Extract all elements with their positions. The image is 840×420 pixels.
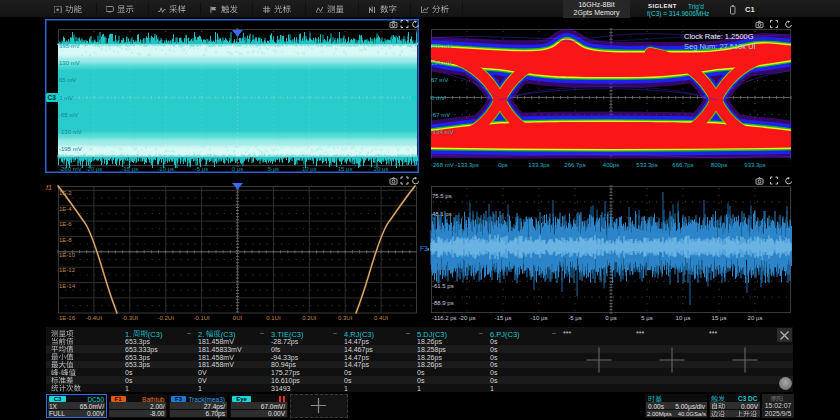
svg-text:1E-14: 1E-14 <box>59 283 76 289</box>
svg-text:0UI: 0UI <box>233 315 243 321</box>
svg-text:0.3UI: 0.3UI <box>338 315 353 321</box>
svg-text:C3: C3 <box>48 94 57 101</box>
svg-text:-268 mV: -268 mV <box>431 162 454 168</box>
svg-text:-10 µs: -10 µs <box>157 166 174 172</box>
svg-text:0.2UI: 0.2UI <box>302 315 317 321</box>
svg-text:20 µs: 20 µs <box>374 166 389 172</box>
svg-text:-15 µs: -15 µs <box>121 166 138 172</box>
svg-text:20 µs: 20 µs <box>748 315 763 321</box>
svg-text:1E-2: 1E-2 <box>59 190 72 196</box>
svg-text:Clock Rate: 1.2500G: Clock Rate: 1.2500G <box>684 32 754 41</box>
svg-text:1E-16: 1E-16 <box>59 315 76 321</box>
svg-text:67 mV: 67 mV <box>431 77 448 83</box>
svg-text:666.7ps: 666.7ps <box>672 162 693 168</box>
svg-text:75.5 ps: 75.5 ps <box>432 193 452 199</box>
svg-text:-15 µs: -15 µs <box>495 315 512 321</box>
svg-text:-65 mV: -65 mV <box>59 112 78 118</box>
svg-text:0 µs: 0 µs <box>232 166 243 172</box>
svg-text:-0.2UI: -0.2UI <box>158 315 175 321</box>
svg-text:800ps: 800ps <box>711 162 727 168</box>
svg-text:Seg Num: 27.510k UI: Seg Num: 27.510k UI <box>684 42 756 51</box>
svg-text:-0.4UI: -0.4UI <box>86 315 103 321</box>
svg-text:f1: f1 <box>46 184 52 191</box>
svg-text:-67 mV: -67 mV <box>431 112 450 118</box>
svg-text:-5 µs: -5 µs <box>568 315 581 321</box>
svg-text:0ps: 0ps <box>498 162 508 168</box>
svg-text:-195 mV: -195 mV <box>59 146 82 152</box>
svg-text:0 µs: 0 µs <box>605 315 616 321</box>
svg-text:-5 µs: -5 µs <box>195 166 208 172</box>
svg-text:-260 mV: -260 mV <box>59 166 82 172</box>
svg-text:134 mV: 134 mV <box>431 60 452 66</box>
svg-text:15 µs: 15 µs <box>712 315 727 321</box>
svg-text:1E-10: 1E-10 <box>59 252 76 258</box>
svg-text:1E-6: 1E-6 <box>59 221 72 227</box>
svg-text:-20 µs: -20 µs <box>459 315 476 321</box>
svg-text:-116.2 ps: -116.2 ps <box>432 315 457 321</box>
svg-text:5 µs: 5 µs <box>641 315 652 321</box>
svg-text:130 mV: 130 mV <box>59 60 80 66</box>
svg-text:533.3ps: 533.3ps <box>636 162 657 168</box>
svg-text:266.7ps: 266.7ps <box>564 162 585 168</box>
svg-text:400ps: 400ps <box>603 162 619 168</box>
svg-text:0.4UI: 0.4UI <box>374 315 389 321</box>
svg-text:-10 µs: -10 µs <box>531 315 548 321</box>
svg-text:201 mV: 201 mV <box>431 43 452 49</box>
svg-text:0.1UI: 0.1UI <box>266 315 281 321</box>
svg-text:-134 mV: -134 mV <box>431 129 454 135</box>
svg-text:15 µs: 15 µs <box>338 166 353 172</box>
svg-text:-20 µs: -20 µs <box>86 166 103 172</box>
svg-text:-130 mV: -130 mV <box>59 129 82 135</box>
svg-text:10 µs: 10 µs <box>676 315 691 321</box>
svg-text:0 mV: 0 mV <box>431 95 445 101</box>
svg-text:-0.3UI: -0.3UI <box>122 315 139 321</box>
svg-text:10 µs: 10 µs <box>302 166 317 172</box>
svg-text:-88.9 ps: -88.9 ps <box>432 300 454 306</box>
svg-text:-0.1UI: -0.1UI <box>193 315 210 321</box>
svg-text:933.3ps: 933.3ps <box>744 162 765 168</box>
svg-text:65 mV: 65 mV <box>59 77 76 83</box>
svg-text:-61.5 ps: -61.5 ps <box>432 283 454 289</box>
svg-text:5 µs: 5 µs <box>268 166 279 172</box>
svg-text:133.3ps: 133.3ps <box>528 162 549 168</box>
svg-text:-133.3ps: -133.3ps <box>455 162 478 168</box>
svg-text:1E-8: 1E-8 <box>59 237 72 243</box>
svg-text:195 mV: 195 mV <box>59 43 80 49</box>
svg-text:1E-12: 1E-12 <box>59 267 76 273</box>
svg-text:1E-4: 1E-4 <box>59 206 72 212</box>
